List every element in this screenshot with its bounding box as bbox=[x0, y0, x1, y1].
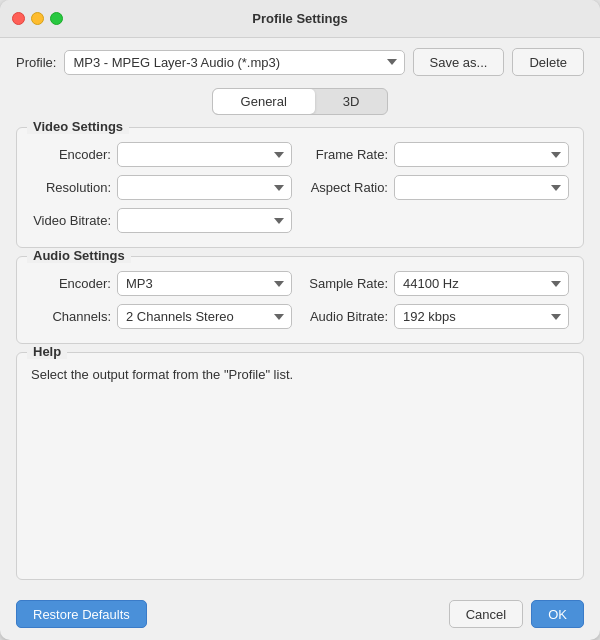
sample-rate-label: Sample Rate: bbox=[308, 276, 388, 291]
help-section: Help Select the output format from the "… bbox=[16, 352, 584, 580]
video-settings-section: Video Settings Encoder: H.264 H.265 MPEG… bbox=[16, 127, 584, 248]
audio-bitrate-select-wrapper: 64 kbps 128 kbps 192 kbps 256 kbps 320 k… bbox=[394, 304, 569, 329]
audio-encoder-select[interactable]: MP3 AAC OGG FLAC bbox=[117, 271, 292, 296]
sample-rate-select-wrapper: 22050 Hz 44100 Hz 48000 Hz bbox=[394, 271, 569, 296]
audio-encoder-label: Encoder: bbox=[31, 276, 111, 291]
audio-bitrate-select[interactable]: 64 kbps 128 kbps 192 kbps 256 kbps 320 k… bbox=[394, 304, 569, 329]
audio-encoder-row: Encoder: MP3 AAC OGG FLAC bbox=[31, 271, 292, 296]
restore-defaults-button[interactable]: Restore Defaults bbox=[16, 600, 147, 628]
tab-general[interactable]: General bbox=[213, 89, 315, 114]
tabs-group: General 3D bbox=[212, 88, 389, 115]
profile-select-wrapper: MP3 - MPEG Layer-3 Audio (*.mp3) MP4 - M… bbox=[64, 50, 404, 75]
window-title: Profile Settings bbox=[252, 11, 347, 26]
channels-row: Channels: 1 Channel Mono 2 Channels Ster… bbox=[31, 304, 292, 329]
traffic-lights bbox=[12, 12, 63, 25]
channels-label: Channels: bbox=[31, 309, 111, 324]
audio-bitrate-label: Audio Bitrate: bbox=[308, 309, 388, 324]
aspect-ratio-row: Aspect Ratio: 16:9 4:3 1:1 bbox=[308, 175, 569, 200]
aspect-ratio-select-wrapper: 16:9 4:3 1:1 bbox=[394, 175, 569, 200]
save-as-button[interactable]: Save as... bbox=[413, 48, 505, 76]
encoder-label: Encoder: bbox=[31, 147, 111, 162]
resolution-row: Resolution: 1920x1080 1280x720 854x480 bbox=[31, 175, 292, 200]
aspect-ratio-select[interactable]: 16:9 4:3 1:1 bbox=[394, 175, 569, 200]
profile-label: Profile: bbox=[16, 55, 56, 70]
frame-rate-select-wrapper: 23.98 24 25 29.97 30 60 bbox=[394, 142, 569, 167]
audio-settings-title: Audio Settings bbox=[27, 248, 131, 263]
resolution-label: Resolution: bbox=[31, 180, 111, 195]
maximize-button[interactable] bbox=[50, 12, 63, 25]
profile-select[interactable]: MP3 - MPEG Layer-3 Audio (*.mp3) MP4 - M… bbox=[64, 50, 404, 75]
profile-row: Profile: MP3 - MPEG Layer-3 Audio (*.mp3… bbox=[16, 48, 584, 76]
audio-settings-section: Audio Settings Encoder: MP3 AAC OGG FLAC bbox=[16, 256, 584, 344]
encoder-select-wrapper: H.264 H.265 MPEG-4 bbox=[117, 142, 292, 167]
resolution-select-wrapper: 1920x1080 1280x720 854x480 bbox=[117, 175, 292, 200]
cancel-button[interactable]: Cancel bbox=[449, 600, 523, 628]
footer-right: Cancel OK bbox=[449, 600, 584, 628]
delete-button[interactable]: Delete bbox=[512, 48, 584, 76]
audio-settings-grid: Encoder: MP3 AAC OGG FLAC Sample Rate: bbox=[31, 271, 569, 329]
profile-settings-window: Profile Settings Profile: MP3 - MPEG Lay… bbox=[0, 0, 600, 640]
encoder-select[interactable]: H.264 H.265 MPEG-4 bbox=[117, 142, 292, 167]
tab-3d[interactable]: 3D bbox=[315, 89, 388, 114]
video-settings-grid: Encoder: H.264 H.265 MPEG-4 Frame Rate: bbox=[31, 142, 569, 233]
video-bitrate-label: Video Bitrate: bbox=[31, 213, 111, 228]
video-bitrate-select-wrapper: 1000 kbps 2000 kbps 4000 kbps bbox=[117, 208, 292, 233]
footer: Restore Defaults Cancel OK bbox=[0, 590, 600, 640]
frame-rate-label: Frame Rate: bbox=[308, 147, 388, 162]
tabs-row: General 3D bbox=[16, 88, 584, 115]
audio-encoder-select-wrapper: MP3 AAC OGG FLAC bbox=[117, 271, 292, 296]
video-settings-title: Video Settings bbox=[27, 119, 129, 134]
sample-rate-select[interactable]: 22050 Hz 44100 Hz 48000 Hz bbox=[394, 271, 569, 296]
frame-rate-row: Frame Rate: 23.98 24 25 29.97 30 60 bbox=[308, 142, 569, 167]
sample-rate-row: Sample Rate: 22050 Hz 44100 Hz 48000 Hz bbox=[308, 271, 569, 296]
channels-select-wrapper: 1 Channel Mono 2 Channels Stereo 5.1 Sur… bbox=[117, 304, 292, 329]
video-bitrate-row: Video Bitrate: 1000 kbps 2000 kbps 4000 … bbox=[31, 208, 292, 233]
minimize-button[interactable] bbox=[31, 12, 44, 25]
help-text: Select the output format from the "Profi… bbox=[31, 367, 569, 382]
resolution-select[interactable]: 1920x1080 1280x720 854x480 bbox=[117, 175, 292, 200]
audio-bitrate-row: Audio Bitrate: 64 kbps 128 kbps 192 kbps… bbox=[308, 304, 569, 329]
aspect-ratio-label: Aspect Ratio: bbox=[308, 180, 388, 195]
close-button[interactable] bbox=[12, 12, 25, 25]
encoder-row: Encoder: H.264 H.265 MPEG-4 bbox=[31, 142, 292, 167]
help-title: Help bbox=[27, 344, 67, 359]
frame-rate-select[interactable]: 23.98 24 25 29.97 30 60 bbox=[394, 142, 569, 167]
titlebar: Profile Settings bbox=[0, 0, 600, 38]
ok-button[interactable]: OK bbox=[531, 600, 584, 628]
channels-select[interactable]: 1 Channel Mono 2 Channels Stereo 5.1 Sur… bbox=[117, 304, 292, 329]
video-bitrate-select[interactable]: 1000 kbps 2000 kbps 4000 kbps bbox=[117, 208, 292, 233]
main-content: Profile: MP3 - MPEG Layer-3 Audio (*.mp3… bbox=[0, 38, 600, 590]
